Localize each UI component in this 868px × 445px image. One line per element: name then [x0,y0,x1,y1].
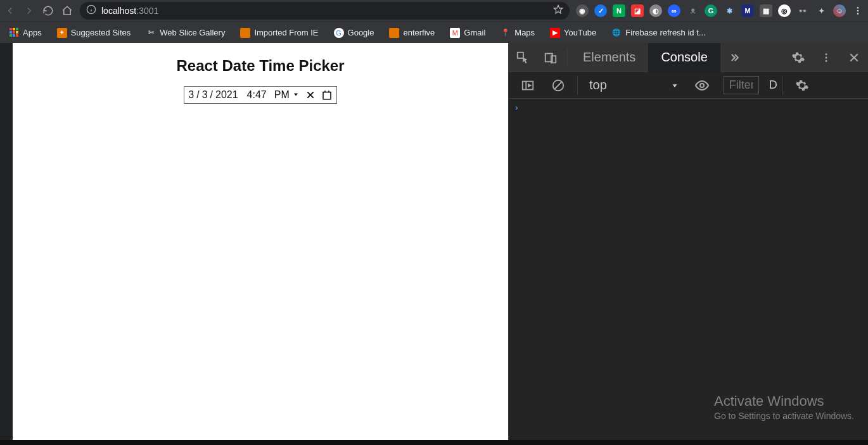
clear-button[interactable] [305,89,316,101]
google-icon: G [334,28,344,38]
datetime-time[interactable]: 4:47 [247,89,267,101]
kebab-icon [853,6,863,16]
bookmarks-bar: Apps ✦ Suggested Sites ✄ Web Slice Galle… [0,22,868,43]
bookmark-star-button[interactable] [553,4,563,17]
console-messages[interactable]: › [509,99,868,440]
gear-icon [795,78,809,92]
browser-menu-button[interactable] [852,4,864,17]
datetime-input[interactable]: 3 / 3 / 2021 4:47 PM [184,86,336,104]
svg-point-27 [700,84,704,87]
ampm-dropdown-button[interactable] [292,89,300,101]
bookmark-item[interactable]: ✄ Web Slice Gallery [143,25,227,41]
inspect-element-button[interactable] [509,43,537,72]
bookmark-label: Imported From IE [254,28,318,37]
live-expression-button[interactable] [688,71,716,100]
bookmark-item[interactable]: ✦ Suggested Sites [54,25,134,41]
svg-rect-13 [518,52,523,58]
svg-marker-23 [528,84,531,87]
bookmark-item[interactable]: 🌐 Firebase refresh id t... [609,25,708,41]
extension-icon[interactable]: ▦ [760,4,772,17]
bookmark-item[interactable]: 📍 Maps [498,25,537,41]
folder-icon [389,28,399,38]
extension-icon[interactable]: ◎ [778,4,791,17]
svg-point-5 [857,10,859,12]
page-title: React Date Time Picker [13,57,508,75]
extension-icon[interactable]: 👓 [796,4,809,17]
datetime-ampm[interactable]: PM [274,89,290,101]
extensions-menu-button[interactable]: ✦ [815,4,827,17]
bookmark-item[interactable]: enterfive [386,25,437,41]
bookmark-item[interactable]: Imported From IE [238,25,321,41]
extension-icon[interactable]: G [705,4,717,17]
devtools-close-button[interactable] [840,43,868,72]
console-context-selector[interactable]: top [583,78,686,92]
extension-icon[interactable]: ✓ [594,4,607,17]
svg-point-4 [857,7,859,9]
reload-button[interactable] [42,4,54,17]
devtools-menu-button[interactable] [812,43,840,72]
bookmark-item[interactable]: ▶ YouTube [547,25,599,41]
svg-point-6 [857,13,859,15]
svg-point-18 [826,60,827,61]
bookmark-label: Web Slice Gallery [160,28,225,37]
reload-icon [42,5,54,16]
forward-button[interactable] [23,4,35,17]
devtools-settings-button[interactable] [784,43,812,72]
folder-icon [240,28,250,38]
extension-icon[interactable]: ◉ [576,4,589,17]
console-prompt-icon: › [514,103,519,113]
extension-icon[interactable]: N [613,4,625,17]
bookmark-item[interactable]: G Google [331,25,377,41]
bookmark-label: Gmail [464,28,485,37]
tab-elements[interactable]: Elements [570,43,648,72]
arrow-right-icon [23,5,35,16]
console-toolbar: top D [509,72,868,99]
devices-icon [544,51,558,65]
extension-icon[interactable]: ᴥ [686,4,699,17]
gmail-icon: M [450,28,460,38]
console-settings-button[interactable] [788,71,816,100]
calendar-icon [321,89,333,101]
windows-taskbar[interactable] [0,440,868,445]
address-bar[interactable]: localhost:3001 [80,2,570,20]
eye-icon [694,78,710,93]
address-url: localhost:3001 [101,6,158,16]
apps-button[interactable]: Apps [6,25,44,41]
datetime-year[interactable]: 2021 [215,89,238,101]
console-sidebar-toggle[interactable] [514,71,542,100]
devtools-panel: Elements Console [508,43,868,440]
svg-marker-3 [554,5,562,13]
back-button[interactable] [4,4,16,17]
tab-console[interactable]: Console [648,43,720,72]
tab-overflow-button[interactable] [720,43,748,72]
profile-avatar[interactable]: ☺ [833,4,846,17]
svg-point-17 [826,56,827,58]
bookmark-label: Suggested Sites [71,28,131,37]
kebab-icon [820,52,832,63]
console-clear-button[interactable] [544,71,572,100]
bookmark-label: YouTube [564,28,596,37]
home-button[interactable] [61,4,73,17]
log-level-selector[interactable]: D [769,78,777,92]
console-context-label: top [589,78,607,92]
console-filter-input[interactable] [724,76,759,94]
extension-icon[interactable]: ◪ [631,4,644,17]
no-icon [551,78,565,92]
datetime-day[interactable]: 3 [202,89,208,101]
extension-icon[interactable]: ◐ [649,4,662,17]
svg-point-16 [826,53,827,55]
calendar-button[interactable] [321,89,333,101]
device-toggle-button[interactable] [537,43,565,72]
site-info-icon[interactable] [86,4,96,17]
extension-icon[interactable]: M [741,4,754,17]
datetime-month[interactable]: 3 [188,89,194,101]
extension-icon[interactable]: ✱ [723,4,736,17]
arrow-left-icon [4,5,16,16]
date-separator: / [196,89,199,101]
svg-marker-7 [294,94,298,96]
page-viewport: React Date Time Picker 3 / 3 / 2021 4:47… [13,43,508,440]
chevrons-right-icon [728,51,741,64]
extension-icon[interactable]: ∞ [668,4,680,17]
globe-icon: 🌐 [611,28,622,38]
bookmark-item[interactable]: M Gmail [447,25,488,41]
